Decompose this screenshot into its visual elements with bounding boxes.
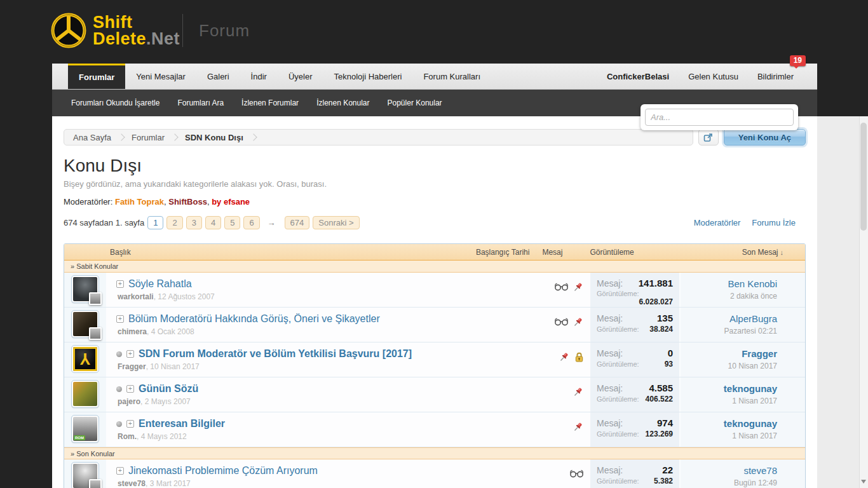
thread-title-link[interactable]: Söyle Rahatla bbox=[128, 278, 192, 290]
moderator-link[interactable]: ShiftBoss bbox=[168, 197, 207, 207]
user-avatar[interactable] bbox=[72, 381, 98, 407]
expand-preview-icon[interactable] bbox=[116, 280, 124, 288]
tab-yeni-mesajlar[interactable]: Yeni Mesajlar bbox=[125, 64, 196, 89]
tab-i-ndir[interactable]: İndir bbox=[240, 64, 278, 89]
scrollbar-thumb[interactable] bbox=[860, 123, 867, 231]
next-page-button[interactable]: Sonraki > bbox=[313, 216, 359, 229]
section-header-sabit-konular: » Sabit Konular bbox=[64, 261, 805, 273]
pagination-summary: 674 sayfadan 1. sayfa bbox=[64, 218, 144, 227]
thread-author-link[interactable]: Fragger bbox=[118, 362, 146, 371]
scrollbar-track[interactable] bbox=[859, 116, 868, 488]
tab-forum-kurallar[interactable]: Forum Kuralları bbox=[412, 64, 491, 89]
last-post-time: Pazartesi 02:21 bbox=[687, 327, 777, 336]
tab-yeler[interactable]: Üyeler bbox=[278, 64, 323, 89]
last-poster-link[interactable]: steve78 bbox=[743, 465, 777, 476]
link-moderat-rler[interactable]: Moderatörler bbox=[694, 218, 741, 227]
page-button-last[interactable]: 674 bbox=[285, 216, 310, 229]
thread-row[interactable]: Günün Sözüpajero, 2 Mayıs 2007Mesaj:4.58… bbox=[64, 377, 805, 412]
tab-galeri[interactable]: Galeri bbox=[196, 64, 240, 89]
thread-title-link[interactable]: Enteresan Bilgiler bbox=[139, 418, 225, 430]
expand-preview-icon[interactable] bbox=[126, 350, 134, 358]
page-button-2[interactable]: 2 bbox=[166, 216, 182, 229]
tab-teknoloji-haberleri[interactable]: Teknoloji Haberleri bbox=[323, 64, 412, 89]
alerts-link[interactable]: Bildirimler 19 bbox=[748, 64, 803, 89]
expand-preview-icon[interactable] bbox=[126, 385, 134, 393]
last-post-time: 2 dakika önce bbox=[687, 292, 777, 301]
thread-start-date: , 3 Mart 2017 bbox=[146, 479, 191, 488]
site-brand[interactable]: Shift Delete.Net bbox=[51, 13, 180, 48]
tab-forumlar[interactable]: Forumlar bbox=[68, 64, 125, 89]
moderator-link[interactable]: Fatih Toprak bbox=[115, 197, 164, 207]
page-button-1[interactable]: 1 bbox=[147, 216, 163, 229]
subnav-item-i-zlenen-forumlar[interactable]: İzlenen Forumlar bbox=[233, 98, 308, 107]
views-label: Görüntüleme: bbox=[597, 290, 639, 297]
subnav-item-pop-ler-konular[interactable]: Popüler Konular bbox=[379, 98, 451, 107]
page-button-6[interactable]: 6 bbox=[243, 216, 259, 229]
thread-title-link[interactable]: Günün Sözü bbox=[139, 383, 198, 395]
inbox-link[interactable]: Gelen Kutusu bbox=[679, 64, 748, 89]
thread-stats-cell: Mesaj:141.881Görüntüleme:6.028.027 bbox=[590, 273, 679, 307]
moderators-line: Moderatörler: Fatih Toprak, ShiftBoss, b… bbox=[64, 197, 806, 207]
breadcrumb-item-sdn-konu-d[interactable]: SDN Konu Dışı bbox=[185, 133, 243, 142]
thread-start-date: , 4 Mayıs 2012 bbox=[137, 432, 187, 441]
account-username-link[interactable]: ConfickerBelasi bbox=[597, 64, 679, 89]
page-button-5[interactable]: 5 bbox=[224, 216, 240, 229]
messages-label: Mesaj: bbox=[597, 348, 623, 358]
expand-preview-icon[interactable] bbox=[116, 467, 124, 475]
thread-start-date: , 10 Nisan 2017 bbox=[146, 362, 200, 371]
last-poster-mini-avatar[interactable] bbox=[89, 479, 102, 488]
moderator-link[interactable]: by efsane bbox=[212, 197, 250, 207]
last-poster-link[interactable]: Ben Kenobi bbox=[728, 278, 777, 289]
expand-preview-icon[interactable] bbox=[116, 315, 124, 323]
search-input[interactable] bbox=[645, 109, 794, 126]
header-last-message[interactable]: Son Mesaj↓ bbox=[742, 248, 783, 257]
thread-row[interactable]: Jinekomasti Problemime Çözüm Arıyorumste… bbox=[64, 459, 805, 488]
views-line: Görüntüleme:93 bbox=[597, 360, 673, 369]
thread-author-link[interactable]: steve78 bbox=[118, 479, 146, 488]
thread-main-cell: Enteresan BilgilerRom., 4 Mayıs 2012 bbox=[106, 412, 539, 447]
last-poster-link[interactable]: teknogunay bbox=[724, 418, 777, 429]
last-poster-mini-avatar[interactable] bbox=[89, 327, 102, 340]
last-poster-link[interactable]: teknogunay bbox=[724, 383, 777, 394]
page-button-3[interactable]: 3 bbox=[186, 216, 202, 229]
thread-author-link[interactable]: pajero bbox=[118, 397, 140, 406]
header-messages[interactable]: Mesaj bbox=[542, 248, 562, 257]
messages-line: Mesaj:135 bbox=[597, 313, 673, 323]
scroll-down-icon[interactable] bbox=[861, 480, 866, 486]
sticky-bullet-icon bbox=[116, 351, 122, 357]
thread-row[interactable]: SDN Forum Moderatör ve Bölüm Yetkilisi B… bbox=[64, 342, 805, 377]
thread-author-line: warkortali, 12 Ağustos 2007 bbox=[116, 292, 539, 301]
header-views[interactable]: Görüntüleme bbox=[590, 248, 634, 257]
breadcrumb-item-ana-sayfa[interactable]: Ana Sayfa bbox=[73, 133, 111, 142]
views-label: Görüntüleme: bbox=[597, 477, 639, 485]
views-label: Görüntüleme: bbox=[597, 360, 639, 368]
expand-preview-icon[interactable] bbox=[126, 420, 134, 428]
last-poster-mini-avatar[interactable] bbox=[89, 292, 102, 305]
thread-row[interactable]: Enteresan BilgilerRom., 4 Mayıs 2012Mesa… bbox=[64, 412, 805, 447]
thread-row[interactable]: Söyle Rahatlawarkortali, 12 Ağustos 2007… bbox=[64, 273, 805, 308]
external-link-button[interactable] bbox=[698, 129, 719, 146]
subnav-item-forumlar-okundu-i-aretle[interactable]: Forumları Okundu İşaretle bbox=[62, 98, 168, 107]
link-forumu-i-zle[interactable]: Forumu İzle bbox=[752, 218, 796, 227]
thread-title-link[interactable]: Jinekomasti Problemime Çözüm Arıyorum bbox=[128, 465, 318, 477]
header-start-date[interactable]: Başlangıç Tarihi bbox=[476, 248, 530, 257]
thread-title-link[interactable]: Bölüm Moderatörü Hakkında Görüş, Öneri v… bbox=[128, 313, 380, 325]
new-topic-button[interactable]: Yeni Konu Aç bbox=[724, 129, 806, 146]
thread-author-link[interactable]: Rom. bbox=[118, 432, 137, 441]
breadcrumb-item-forumlar[interactable]: Forumlar bbox=[132, 133, 165, 142]
thread-author-link[interactable]: chimera bbox=[118, 327, 147, 336]
thread-title-link[interactable]: SDN Forum Moderatör ve Bölüm Yetkilisi B… bbox=[139, 348, 412, 360]
thread-author-link[interactable]: warkortali bbox=[118, 292, 154, 301]
avatar-cell bbox=[64, 342, 106, 377]
page-button-4[interactable]: 4 bbox=[205, 216, 221, 229]
messages-label: Mesaj: bbox=[597, 278, 623, 288]
thread-row[interactable]: Bölüm Moderatörü Hakkında Görüş, Öneri v… bbox=[64, 308, 805, 342]
user-avatar[interactable] bbox=[72, 416, 98, 442]
user-avatar[interactable] bbox=[72, 346, 98, 372]
subnav-item-forumlar-ara[interactable]: Forumları Ara bbox=[168, 98, 233, 107]
last-message-cell: AlperBugraPazartesi 02:21 bbox=[679, 308, 805, 342]
subnav-item-i-zlenen-konular[interactable]: İzlenen Konular bbox=[308, 98, 378, 107]
last-poster-link[interactable]: AlperBugra bbox=[729, 313, 777, 324]
header-title[interactable]: Başlık bbox=[64, 248, 476, 257]
last-poster-link[interactable]: Fragger bbox=[742, 348, 777, 359]
